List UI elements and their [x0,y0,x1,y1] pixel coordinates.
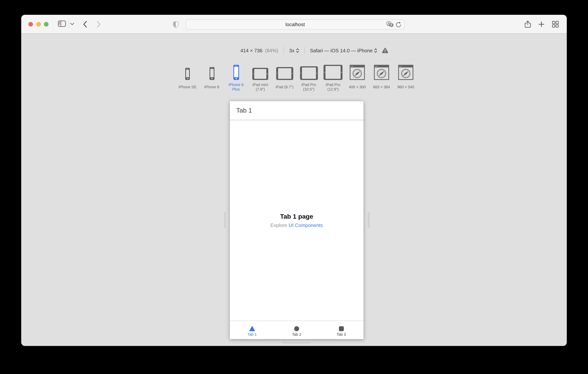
phone-icon [233,65,239,80]
zoom-button[interactable] [44,22,49,27]
ipad-icon [276,67,293,80]
resize-handle-left[interactable] [224,212,226,228]
url-text: localhost [285,21,305,27]
safari-window: localhost [21,15,567,346]
resize-handle-bottom[interactable] [282,342,311,344]
explore-text: Explore [271,222,287,228]
page-subtitle: ExploreUI Components [271,222,323,228]
device-button-400x300[interactable]: 400 × 300 [346,63,369,92]
device-button-960x540[interactable]: 960 × 540 [394,63,417,92]
warning-button[interactable] [382,47,388,53]
ipad-icon [300,66,318,80]
chevron-left-icon [83,21,87,28]
reload-icon [396,21,402,28]
chevron-down-icon [70,23,74,25]
sidebar-toggle-button[interactable] [58,21,66,27]
device-button-iphone-8[interactable]: iPhone 8 [200,63,223,92]
grid-icon [552,21,559,28]
tab-overview-button[interactable] [552,21,559,28]
tab-bar: Tab 1 Tab 2 Tab 3 [230,321,364,339]
warning-icon [382,47,388,53]
sidebar-icon [58,21,66,27]
share-icon [525,21,531,28]
phone-icon [185,68,190,80]
plus-icon [538,21,545,27]
tabbar-item-tab3[interactable]: Tab 3 [319,321,364,339]
privacy-report-button[interactable] [173,21,179,28]
rdm-canvas: 414 × 736 (84%) 3x Safari — iOS 14.0 — i… [21,34,567,346]
safari-window-icon [398,65,413,80]
nav-bar: Tab 1 [230,101,364,120]
reload-button[interactable] [396,21,402,28]
new-tab-button[interactable] [538,21,545,27]
ui-components-link[interactable]: UI Components [289,222,323,228]
toolbar-right-icons [525,15,559,34]
resize-handle-right[interactable] [368,212,370,228]
translate-icon [387,21,394,28]
ipad-icon [252,68,268,80]
device-button-iphone-se[interactable]: iPhone SE [176,63,199,92]
device-preset-row: iPhone SE iPhone 8 iPhone 8 Plus iPad mi… [176,63,417,92]
close-button[interactable] [28,22,33,27]
address-bar[interactable]: localhost [186,19,405,30]
zoom-percent-label: (84%) [265,48,278,53]
stepper-icon [296,48,299,53]
status-divider [284,47,284,54]
scale-select[interactable]: 3x [289,48,299,53]
tabbar-item-tab2[interactable]: Tab 2 [274,321,319,339]
device-viewport: Tab 1 Tab 1 page ExploreUI Components Ta… [230,101,364,339]
device-button-ipad-pro-105[interactable]: iPad Pro (10.5") [297,63,320,92]
sidebar-menu-button[interactable] [70,23,74,25]
toolbar-divider [69,21,69,28]
ipad-icon [324,65,343,80]
chevron-right-icon [97,21,101,28]
page-content: Tab 1 page ExploreUI Components [230,120,364,321]
share-button[interactable] [525,21,531,28]
shield-icon [173,21,179,28]
device-button-ipad-mini[interactable]: iPad mini (7.9") [249,63,272,92]
device-button-683x384[interactable]: 683 × 384 [370,63,393,92]
device-button-ipad-97[interactable]: iPad (9.7") [273,63,296,92]
safari-window-icon [350,65,365,80]
back-button[interactable] [83,21,87,28]
stepper-icon [374,48,377,53]
browser-select[interactable]: Safari — iOS 14.0 — iPhone [310,48,377,53]
forward-button[interactable] [97,21,101,28]
triangle-icon [249,326,255,331]
screenshot-stage: localhost [0,0,588,374]
page-heading: Tab 1 page [280,213,313,220]
minimize-button[interactable] [36,22,41,27]
traffic-lights [28,22,49,27]
translate-button[interactable] [387,21,394,28]
rdm-status-row: 414 × 736 (84%) 3x Safari — iOS 14.0 — i… [240,45,388,55]
device-button-ipad-pro-129[interactable]: iPad Pro (12.9") [322,63,344,92]
safari-window-icon [374,65,389,80]
status-divider [304,47,304,54]
phone-icon [209,67,214,80]
nav-title: Tab 1 [236,107,252,114]
browser-toolbar: localhost [21,15,567,34]
tabbar-item-tab1[interactable]: Tab 1 [230,321,274,339]
viewport-size-label: 414 × 736 [240,48,262,53]
device-button-iphone-8-plus[interactable]: iPhone 8 Plus [225,63,247,92]
circle-icon [294,326,299,331]
square-icon [339,326,344,331]
